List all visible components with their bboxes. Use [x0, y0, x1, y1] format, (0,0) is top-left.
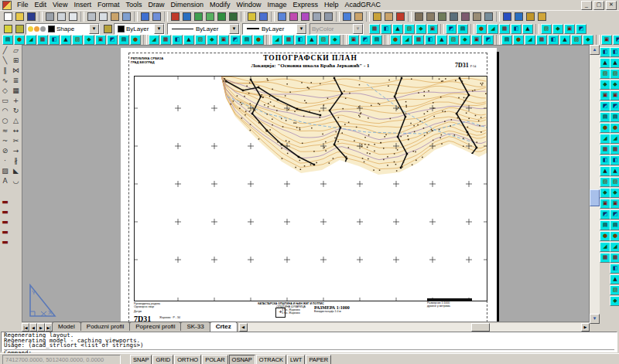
custom-tool-icon[interactable]: ▣ [601, 35, 612, 45]
custom-tool-icon[interactable]: ▨ [318, 35, 329, 45]
find-icon[interactable] [67, 11, 79, 22]
layer-previous-button[interactable] [102, 23, 114, 34]
custom-tool-icon[interactable]: ▣ [95, 35, 106, 45]
lineweight-dropdown[interactable]: ByLayer ▼ [242, 23, 307, 35]
scale-tool[interactable]: △ [11, 115, 21, 125]
ole-object-icon[interactable] [193, 11, 204, 22]
scroll-up-icon[interactable]: ▲ [590, 45, 600, 55]
custom-tool-icon[interactable]: ● [600, 231, 610, 241]
list-icon[interactable] [258, 11, 269, 22]
custom-tool-icon[interactable]: ◧ [172, 35, 183, 45]
break-tool[interactable]: ∦ [11, 155, 21, 165]
chevron-down-icon[interactable]: ▼ [154, 24, 164, 34]
copy-tool[interactable]: ⊞ [11, 55, 21, 65]
custom-tool-icon[interactable]: ● [600, 123, 610, 133]
view-tool-3-icon[interactable] [436, 11, 448, 22]
custom-tool-icon[interactable]: ◧ [295, 35, 306, 45]
vertical-scrollbar[interactable]: ▲ ▼ [590, 45, 600, 324]
custom-tool-icon[interactable]: ◆ [583, 35, 593, 45]
custom-tool-icon[interactable]: ▣ [610, 90, 619, 100]
custom-tool-icon[interactable]: ◆ [207, 35, 217, 45]
custom-tool-icon[interactable]: ◩ [610, 101, 619, 111]
menu-draw[interactable]: Draw [145, 0, 167, 10]
custom-tool-icon[interactable]: ◧ [610, 155, 619, 165]
custom-tool-icon[interactable]: ● [253, 35, 264, 45]
custom-tool-icon[interactable]: ◩ [107, 35, 118, 45]
render-icon[interactable] [227, 11, 239, 22]
custom-tool-icon[interactable]: ▦ [369, 24, 380, 34]
view-tool-4-icon[interactable] [448, 11, 460, 22]
point-tool[interactable]: · [0, 155, 10, 165]
custom-tool-icon[interactable]: ▲ [559, 35, 570, 45]
unlock-icon[interactable] [536, 11, 548, 22]
custom-tool-icon[interactable]: ◆ [610, 296, 619, 306]
custom-tool-icon[interactable]: ▦ [499, 24, 510, 34]
custom-tool-icon[interactable]: ◆ [460, 35, 470, 45]
custom-tool-icon[interactable]: ◩ [360, 35, 371, 45]
view-tool-7-icon[interactable] [483, 11, 494, 22]
custom-tool-icon[interactable]: ▲ [306, 35, 317, 45]
custom-tool-icon[interactable]: ▦ [600, 253, 610, 263]
custom-tool-icon[interactable]: ◢ [610, 134, 619, 144]
custom-tool-icon[interactable]: ◧ [49, 35, 60, 45]
custom-tool-icon[interactable]: ● [14, 35, 25, 45]
spline-tool[interactable]: ~ [0, 135, 10, 145]
menu-dimension[interactable]: Dimension [167, 0, 207, 10]
custom-tool-icon[interactable]: ▣ [218, 35, 229, 45]
erase-tool[interactable]: ▱ [11, 45, 21, 55]
custom-tool-icon[interactable]: ◆ [610, 188, 619, 198]
custom-tool-icon[interactable]: ▤ [600, 112, 610, 122]
chamfer-tool[interactable]: ◣ [11, 165, 21, 175]
move-tool[interactable]: + [11, 95, 21, 105]
custom-tool-icon[interactable]: ▤ [457, 24, 468, 34]
custom-tool-icon[interactable]: ◧ [548, 35, 559, 45]
tab-poduzni-profil[interactable]: Poduzni profil [80, 321, 130, 331]
custom-tool-icon[interactable]: ▤ [2, 35, 13, 45]
custom-tool-icon[interactable]: ▨ [72, 35, 83, 45]
linetype-dropdown[interactable]: ByLayer ▼ [167, 23, 240, 35]
custom-tool-icon[interactable]: ▨ [404, 24, 415, 34]
custom-tool-icon[interactable]: ▤ [610, 220, 619, 230]
view-tool-6-icon[interactable] [471, 11, 483, 22]
layers-icon[interactable] [14, 23, 26, 34]
circle-tool[interactable]: ○ [0, 115, 10, 125]
custom-tool-icon[interactable]: ◩ [576, 24, 587, 34]
custom-tool-icon[interactable]: ◢ [149, 35, 159, 45]
custom-left-tool-icon[interactable]: ▬ [0, 226, 10, 236]
revision-cloud-tool[interactable]: ≈ [0, 125, 10, 135]
hatch-tool[interactable]: ▨ [0, 165, 10, 175]
custom-tool-icon[interactable]: ▤ [600, 220, 610, 230]
point-marker-icon[interactable] [501, 11, 513, 22]
chevron-down-icon[interactable]: ▼ [229, 24, 239, 34]
tab-nav-icon[interactable]: ◀ [29, 323, 37, 332]
custom-tool-icon[interactable]: ▨ [600, 69, 610, 79]
tab-sk-33[interactable]: SK-33 [180, 321, 210, 331]
custom-tool-icon[interactable]: ● [513, 35, 524, 45]
custom-tool-icon[interactable]: ▲ [610, 58, 619, 68]
custom-tool-icon[interactable]: ▦ [413, 35, 424, 45]
print-icon[interactable] [44, 11, 56, 22]
pan-realtime-icon[interactable] [276, 11, 288, 22]
user-icon[interactable] [513, 11, 525, 22]
view-tool-5-icon[interactable] [460, 11, 471, 22]
toggle-otrack[interactable]: OTRACK [256, 355, 286, 364]
custom-tool-icon[interactable]: ◩ [610, 209, 619, 219]
tab-nav-icon[interactable]: |◀ [22, 323, 29, 332]
custom-tool-icon[interactable]: ◩ [600, 101, 610, 111]
custom-tool-icon[interactable]: ◢ [272, 35, 282, 45]
toggle-ortho[interactable]: ORTHO [174, 355, 201, 364]
menu-view[interactable]: View [50, 0, 70, 10]
custom-tool-icon[interactable]: ▦ [610, 145, 619, 155]
properties-icon[interactable] [341, 11, 353, 22]
custom-tool-icon[interactable]: ● [390, 35, 401, 45]
custom-tool-icon[interactable]: ● [610, 231, 619, 241]
save-icon[interactable] [26, 11, 37, 22]
polyline-tool[interactable]: ∿ [0, 75, 10, 85]
coordinate-readout[interactable]: 7412700.0000, 5012400.0000, 0.0000 [2, 355, 121, 364]
custom-tool-icon[interactable]: ◆ [84, 35, 94, 45]
custom-tool-icon[interactable]: ◢ [26, 35, 36, 45]
new-icon[interactable] [2, 11, 14, 22]
distance-icon[interactable] [246, 11, 258, 22]
menu-tools[interactable]: Tools [122, 0, 145, 10]
custom-tool-icon[interactable]: ▤ [610, 112, 619, 122]
